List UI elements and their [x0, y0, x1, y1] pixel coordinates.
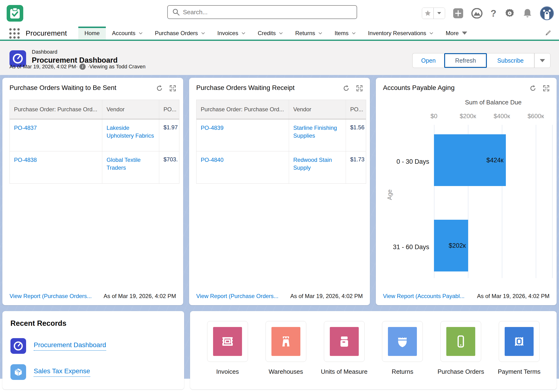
star-icon [424, 10, 431, 17]
units-of-measure-icon [330, 327, 359, 356]
notifications-button[interactable] [523, 8, 532, 18]
chevron-down-icon [318, 31, 322, 35]
view-report-link[interactable]: View Report (Accounts Payabl... [383, 293, 465, 299]
widget-title: Purchase Orders Waiting to Be Sent [9, 84, 116, 92]
bell-icon [523, 8, 532, 18]
pencil-icon [545, 29, 552, 36]
plus-icon [455, 10, 461, 16]
po-amount: $1.97 [159, 119, 179, 151]
clipboard-icon [10, 8, 20, 19]
caret-down-icon [462, 32, 467, 35]
column-header: Vendor [102, 100, 159, 119]
gauge-icon [14, 341, 23, 351]
column-header: Purchase Order: Purchase Ord... [196, 100, 289, 119]
payment-terms-icon [505, 327, 534, 356]
tab-items[interactable]: Items [328, 27, 362, 40]
tile-warehouses[interactable]: Warehouses [260, 321, 312, 389]
vendor-link[interactable]: Lakeside Upholstery Fabrics [107, 124, 155, 140]
column-header: Vendor [289, 100, 346, 119]
favorites-menu-button[interactable] [433, 8, 445, 19]
tile-units-of-measure[interactable]: Units of Measure [318, 321, 370, 389]
app-launcher-button[interactable] [9, 28, 20, 39]
cube-icon [14, 367, 23, 377]
recent-records-card: Recent Records Procurement Dashboard [2, 311, 184, 389]
favorite-star-button[interactable] [422, 8, 433, 19]
po-amount: $1.56 [346, 119, 366, 151]
tab-inventory-reservations[interactable]: Inventory Reservations [362, 27, 439, 40]
table-row: PO-4840 Redwood Stain Supply $1.73 [196, 151, 366, 183]
chart-plot-area: $424к $202к [434, 125, 553, 278]
tab-more[interactable]: More [439, 27, 473, 40]
bar-value-label: $424к [486, 157, 503, 164]
app-name: Procurement [26, 29, 67, 37]
recent-records-title: Recent Records [10, 319, 176, 328]
recent-record-link[interactable]: Sales Tax Expense [34, 367, 90, 377]
tile-returns[interactable]: Returns [376, 321, 429, 389]
tile-purchase-orders[interactable]: Purchase Orders [435, 321, 487, 389]
dashboard-record-icon [10, 338, 26, 354]
favorites-control [422, 8, 445, 19]
vendor-link[interactable]: Redwood Stain Supply [293, 156, 341, 172]
chevron-down-icon [139, 31, 143, 35]
open-button[interactable]: Open [412, 53, 444, 68]
subscribe-button[interactable]: Subscribe [487, 53, 534, 68]
global-header: ? [0, 0, 559, 27]
expand-icon[interactable] [169, 85, 176, 92]
app-logo-icon[interactable] [7, 5, 23, 22]
help-button[interactable]: ? [491, 8, 496, 19]
search-input[interactable] [183, 9, 344, 16]
tab-purchase-orders[interactable]: Purchase Orders [149, 27, 211, 40]
expand-icon[interactable] [543, 85, 550, 92]
chevron-down-icon [437, 12, 442, 15]
view-report-link[interactable]: View Report (Purchase Orders... [9, 293, 92, 299]
edit-navigation-button[interactable] [545, 29, 552, 37]
purchase-orders-icon [446, 327, 475, 356]
trailhead-button[interactable] [471, 8, 483, 19]
po-link[interactable]: PO-4838 [14, 156, 37, 164]
view-report-link[interactable]: View Report (Purchase Orders... [196, 293, 278, 299]
po-link[interactable]: PO-4837 [14, 124, 37, 132]
bar-0-30-days[interactable]: $424к [434, 134, 506, 186]
refresh-icon[interactable] [343, 85, 349, 92]
ap-aging-bar-chart: Sum of Balance Due $0 $200к $400к $600к … [383, 99, 550, 284]
expand-icon[interactable] [356, 85, 363, 92]
tab-home[interactable]: Home [78, 27, 106, 40]
chart-axis-title: Sum of Balance Due [434, 99, 553, 106]
tile-invoices[interactable]: Invoices [201, 321, 254, 389]
vendor-link[interactable]: Starline Finishing Supplies [293, 124, 341, 140]
list-item: Procurement Dashboard [10, 338, 176, 354]
column-header: PO... [159, 100, 179, 119]
po-link[interactable]: PO-4840 [201, 156, 224, 164]
chevron-down-icon [429, 31, 433, 35]
vendor-link[interactable]: Global Textile Traders [107, 156, 155, 172]
refresh-icon[interactable] [156, 85, 163, 92]
refresh-button[interactable]: Refresh [444, 53, 487, 68]
info-icon[interactable]: i [79, 64, 86, 70]
widget-title: Accounts Payable Aging [383, 84, 455, 92]
table-row: PO-4839 Starline Finishing Supplies $1.5… [196, 119, 366, 151]
table-row: PO-4838 Global Textile Traders $703. [10, 151, 179, 183]
tile-payment-terms[interactable]: Payment Terms [493, 321, 545, 389]
po-link[interactable]: PO-4839 [201, 124, 224, 132]
category-label: 0 - 30 Days [396, 158, 429, 165]
x-tick: $200к [460, 112, 476, 120]
tab-credits[interactable]: Credits [252, 27, 289, 40]
tab-invoices[interactable]: Invoices [211, 27, 252, 40]
x-tick: $0 [431, 112, 438, 120]
page-title: Procurement Dashboard [32, 56, 118, 65]
tab-returns[interactable]: Returns [289, 27, 328, 40]
quick-create-button[interactable] [453, 8, 463, 18]
recent-record-link[interactable]: Procurement Dashboard [34, 341, 106, 351]
bar-31-60-days[interactable]: $202к [434, 220, 468, 271]
gear-icon [504, 8, 515, 19]
user-avatar[interactable] [540, 6, 554, 20]
tab-accounts[interactable]: Accounts [106, 27, 149, 40]
x-tick: $600к [527, 112, 544, 120]
global-search[interactable] [167, 5, 357, 19]
viewing-as-label: ·Viewing as Todd Craven [88, 64, 145, 70]
widget-as-of: As of Mar 19, 2026, 4:02 PM [477, 293, 550, 299]
more-actions-button[interactable] [534, 53, 550, 68]
refresh-icon[interactable] [530, 85, 536, 92]
object-tiles-card: Invoices Warehouses Units of Measure Ret… [190, 311, 557, 389]
setup-button[interactable] [504, 8, 515, 19]
